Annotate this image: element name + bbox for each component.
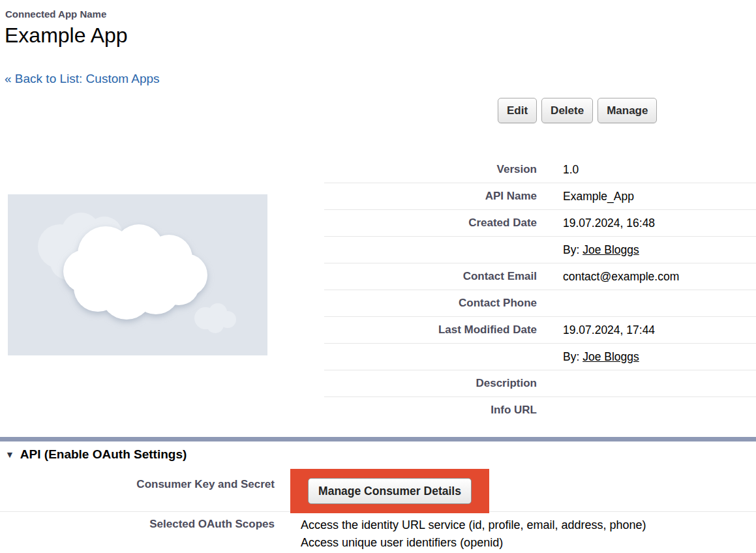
highlight-annotation-box: Manage Consumer Details (290, 469, 489, 513)
by-prefix: By: (563, 243, 582, 256)
field-value: 19.07.2024, 17:44 (537, 323, 655, 337)
table-row-contact-phone: Contact Phone (324, 290, 756, 317)
back-to-list-link[interactable]: « Back to List: Custom Apps (5, 72, 160, 86)
section-divider-bar (0, 437, 756, 441)
table-row-info-url: Info URL (324, 397, 756, 423)
by-prefix: By: (563, 350, 582, 363)
detail-toolbar: Edit Delete Manage (498, 98, 657, 123)
table-row-description: Description (324, 370, 756, 397)
consumer-key-secret-label: Consumer Key and Secret (0, 478, 275, 491)
oauth-scope-item: Access unique user identifiers (openid) (301, 534, 646, 552)
field-label: Contact Email (324, 270, 537, 283)
table-row-last-modified-date: Last Modified Date 19.07.2024, 17:44 (324, 317, 756, 344)
field-label: API Name (324, 190, 537, 203)
created-by-user-link[interactable]: Joe Bloggs (582, 243, 639, 256)
connected-app-detail-page: Connected App Name Example App « Back to… (0, 0, 756, 553)
field-label: Contact Phone (324, 297, 537, 310)
edit-button[interactable]: Edit (498, 98, 537, 123)
modified-by-user-link[interactable]: Joe Bloggs (582, 350, 639, 363)
field-value: 19.07.2024, 16:48 (537, 217, 655, 230)
delete-button[interactable]: Delete (541, 98, 593, 123)
app-logo-image (8, 194, 267, 355)
table-row-api-name: API Name Example_App (324, 183, 756, 210)
field-label: Info URL (324, 404, 537, 417)
section-collapse-icon[interactable]: ▼ (5, 450, 14, 459)
table-row-modified-by: By: Joe Bloggs (324, 344, 756, 370)
selected-oauth-scopes-values: Access the identity URL service (id, pro… (301, 516, 646, 552)
page-title: Example App (5, 23, 128, 48)
field-value: 1.0 (537, 163, 579, 177)
manage-consumer-details-button[interactable]: Manage Consumer Details (308, 478, 472, 504)
oauth-scope-item: Access the identity URL service (id, pro… (301, 516, 646, 534)
table-row-created-date: Created Date 19.07.2024, 16:48 (324, 210, 756, 237)
table-row-contact-email: Contact Email contact@example.com (324, 263, 756, 290)
app-detail-table: Version 1.0 API Name Example_App Created… (324, 157, 756, 423)
field-label: Last Modified Date (324, 323, 537, 336)
cloud-icon (8, 194, 267, 355)
field-label: Version (324, 163, 537, 176)
oauth-section-header: ▼ API (Enable OAuth Settings) (5, 447, 187, 462)
selected-oauth-scopes-label: Selected OAuth Scopes (0, 518, 275, 531)
field-value: Example_App (537, 190, 634, 203)
field-value: contact@example.com (537, 270, 679, 284)
field-value: By: Joe Bloggs (537, 350, 639, 364)
table-row-created-by: By: Joe Bloggs (324, 237, 756, 263)
oauth-section-title: API (Enable OAuth Settings) (20, 447, 187, 462)
field-value: By: Joe Bloggs (537, 243, 639, 257)
entity-type-label: Connected App Name (5, 8, 106, 20)
manage-button[interactable]: Manage (597, 98, 657, 123)
field-label: Description (324, 377, 537, 390)
field-label: Created Date (324, 217, 537, 230)
table-row-version: Version 1.0 (324, 157, 756, 183)
